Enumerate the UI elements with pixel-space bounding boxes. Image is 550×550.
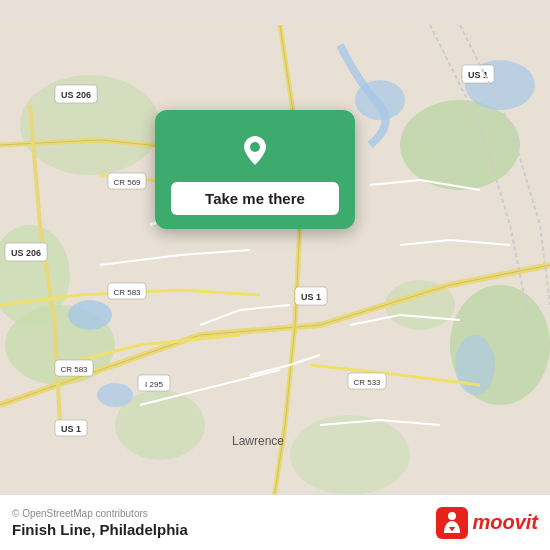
svg-point-10 — [97, 383, 133, 407]
moovit-brand-text: moovit — [472, 511, 538, 534]
svg-text:US 206: US 206 — [61, 90, 91, 100]
bottom-bar: © OpenStreetMap contributors Finish Line… — [0, 494, 550, 550]
location-pin-icon — [233, 128, 277, 172]
svg-point-38 — [448, 512, 456, 520]
bottom-left-info: © OpenStreetMap contributors Finish Line… — [12, 508, 188, 538]
map-container: US 206 US 206 US 1 US 1 CR 569 CR 583 CR… — [0, 0, 550, 550]
moovit-brand-icon — [436, 507, 468, 539]
svg-text:I 295: I 295 — [145, 380, 163, 389]
svg-text:CR 569: CR 569 — [113, 178, 141, 187]
svg-point-9 — [68, 300, 112, 330]
svg-text:CR 533: CR 533 — [353, 378, 381, 387]
svg-text:US 206: US 206 — [11, 248, 41, 258]
svg-point-3 — [400, 100, 520, 190]
svg-text:US 1: US 1 — [468, 70, 488, 80]
svg-text:US 1: US 1 — [301, 292, 321, 302]
location-name: Finish Line, Philadelphia — [12, 521, 188, 538]
svg-text:Lawrence: Lawrence — [232, 434, 284, 448]
moovit-logo: moovit — [436, 507, 538, 539]
svg-point-13 — [455, 335, 495, 395]
copyright-text: © OpenStreetMap contributors — [12, 508, 188, 519]
location-popup: Take me there — [155, 110, 355, 229]
map-background: US 206 US 206 US 1 US 1 CR 569 CR 583 CR… — [0, 0, 550, 550]
svg-point-36 — [250, 142, 260, 152]
svg-point-8 — [290, 415, 410, 495]
svg-text:CR 583: CR 583 — [113, 288, 141, 297]
svg-text:US 1: US 1 — [61, 424, 81, 434]
take-me-there-button[interactable]: Take me there — [171, 182, 339, 215]
svg-text:CR 583: CR 583 — [60, 365, 88, 374]
